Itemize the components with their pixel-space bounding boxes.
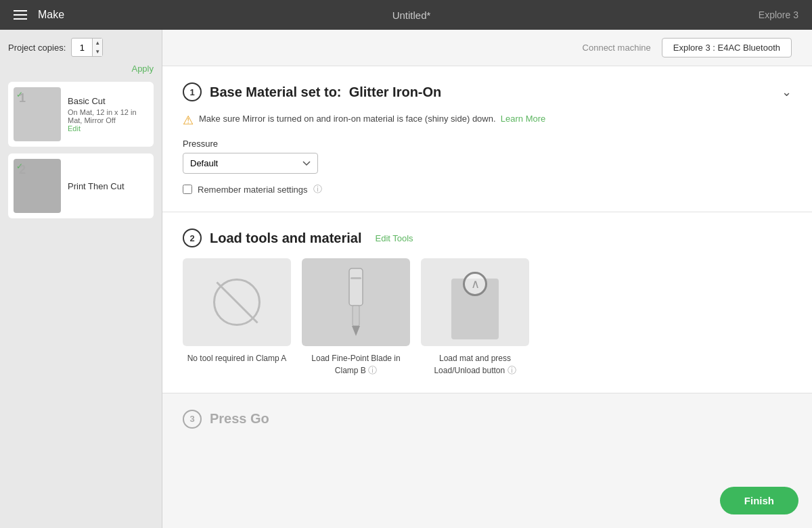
warning-icon: ⚠ bbox=[183, 113, 194, 128]
no-tool-icon bbox=[213, 279, 261, 326]
main-content: Connect machine Explore 3 : E4AC Bluetoo… bbox=[162, 30, 812, 528]
tool-card-label-no-tool: No tool required in Clamp A bbox=[183, 353, 291, 364]
step3-section: 3 Press Go bbox=[162, 393, 812, 445]
copies-input-wrap: ▲ ▼ bbox=[71, 38, 103, 57]
tool-card-no-tool: No tool required in Clamp A bbox=[183, 258, 291, 377]
step1-num: 1 bbox=[183, 82, 202, 101]
copies-input[interactable] bbox=[72, 43, 92, 53]
machine-button[interactable]: Explore 3 : E4AC Bluetooth bbox=[662, 38, 792, 57]
mat-desc-1: On Mat, 12 in x 12 in Mat, Mirror Off bbox=[68, 108, 148, 124]
learn-more-link[interactable]: Learn More bbox=[501, 114, 545, 124]
mat-num-2: 2 bbox=[19, 163, 26, 177]
step1-title-prefix: Base Material set to: bbox=[210, 85, 342, 99]
mat-edit-1[interactable]: Edit bbox=[68, 124, 148, 133]
apply-button[interactable]: Apply bbox=[8, 64, 154, 74]
topbar: Make Untitled* Explore 3 bbox=[0, 0, 812, 30]
finger-circle: ∧ bbox=[463, 272, 487, 296]
svg-rect-3 bbox=[351, 277, 361, 279]
step2-header: 2 Load tools and material Edit Tools bbox=[183, 229, 792, 247]
step2-section: 2 Load tools and material Edit Tools No … bbox=[162, 212, 812, 393]
hamburger-menu[interactable] bbox=[14, 10, 27, 20]
step3-title: Press Go bbox=[210, 411, 269, 427]
sidebar: Project copies: ▲ ▼ Apply ✓ 1 Basic Cut … bbox=[0, 30, 162, 528]
blade-info-icon: ⓘ bbox=[368, 365, 377, 375]
remember-row: Remember material settings ⓘ bbox=[183, 183, 792, 195]
remember-text: Remember material settings bbox=[198, 185, 308, 195]
step3-num: 3 bbox=[183, 410, 202, 429]
project-copies-label: Project copies: bbox=[8, 43, 66, 53]
step1-section: 1 Base Material set to: Glitter Iron-On … bbox=[162, 66, 812, 212]
copies-down-arrow[interactable]: ▼ bbox=[93, 47, 102, 56]
step1-chevron[interactable]: ⌄ bbox=[782, 85, 792, 99]
edit-tools-link[interactable]: Edit Tools bbox=[375, 233, 413, 243]
tool-card-blade: Load Fine-Point Blade in Clamp B ⓘ bbox=[302, 258, 410, 377]
mat-num-1: 1 bbox=[19, 91, 26, 105]
tool-card-label-load-mat: Load mat and press Load/Unload button ⓘ bbox=[421, 353, 529, 377]
project-copies-row: Project copies: ▲ ▼ bbox=[8, 38, 154, 57]
finish-button[interactable]: Finish bbox=[720, 487, 798, 514]
make-label: Make bbox=[38, 9, 64, 21]
warning-row: ⚠ Make sure Mirror is turned on and iron… bbox=[183, 112, 792, 128]
warning-text: Make sure Mirror is turned on and iron-o… bbox=[199, 112, 545, 126]
connect-bar: Connect machine Explore 3 : E4AC Bluetoo… bbox=[162, 30, 812, 66]
pressure-select[interactable]: Default Less More bbox=[183, 153, 318, 174]
mat-thumbnail-2: ✓ 2 bbox=[14, 159, 61, 213]
mat-info-1: Basic Cut On Mat, 12 in x 12 in Mat, Mir… bbox=[68, 96, 148, 133]
step1-header: 1 Base Material set to: Glitter Iron-On … bbox=[183, 82, 792, 101]
finish-wrap: Finish bbox=[720, 487, 798, 514]
tool-card-img-no-tool bbox=[183, 258, 291, 346]
mat-thumbnail-1: ✓ 1 bbox=[14, 87, 61, 141]
mat-info-2: Print Then Cut bbox=[68, 181, 125, 191]
info-icon: ⓘ bbox=[313, 183, 322, 195]
step2-title: Load tools and material bbox=[210, 231, 361, 246]
copies-arrows: ▲ ▼ bbox=[92, 39, 102, 56]
svg-rect-0 bbox=[349, 268, 363, 306]
topbar-title: Untitled* bbox=[392, 9, 431, 21]
tool-card-img-load-mat: ∧ bbox=[421, 258, 529, 346]
step1-material: Glitter Iron-On bbox=[349, 85, 442, 99]
tool-card-label-blade: Load Fine-Point Blade in Clamp B ⓘ bbox=[302, 353, 410, 377]
topbar-machine: Explore 3 bbox=[759, 9, 798, 20]
load-mat-info-icon: ⓘ bbox=[508, 365, 516, 375]
tools-grid: No tool required in Clamp A Load Fine-Po… bbox=[183, 258, 792, 377]
svg-marker-2 bbox=[352, 326, 360, 336]
step1-title: Base Material set to: Glitter Iron-On bbox=[210, 85, 441, 100]
load-mat-illustration: ∧ bbox=[441, 265, 509, 339]
copies-up-arrow[interactable]: ▲ bbox=[93, 39, 102, 47]
mat-label-2: Print Then Cut bbox=[68, 181, 125, 191]
mat-label-1: Basic Cut bbox=[68, 96, 148, 106]
svg-rect-1 bbox=[353, 306, 359, 326]
step3-header: 3 Press Go bbox=[183, 410, 792, 429]
step2-num: 2 bbox=[183, 229, 202, 247]
connect-machine-label: Connect machine bbox=[583, 43, 651, 53]
pressure-label: Pressure bbox=[183, 139, 792, 149]
tool-card-load-mat: ∧ Load mat and press Load/Unload button … bbox=[421, 258, 529, 377]
blade-icon bbox=[339, 265, 373, 339]
mat-item-1[interactable]: ✓ 1 Basic Cut On Mat, 12 in x 12 in Mat,… bbox=[8, 82, 154, 147]
mat-item-2[interactable]: ✓ 2 Print Then Cut bbox=[8, 153, 154, 218]
topbar-left: Make bbox=[14, 9, 64, 21]
remember-checkbox[interactable] bbox=[183, 185, 192, 194]
tool-card-img-blade bbox=[302, 258, 410, 346]
